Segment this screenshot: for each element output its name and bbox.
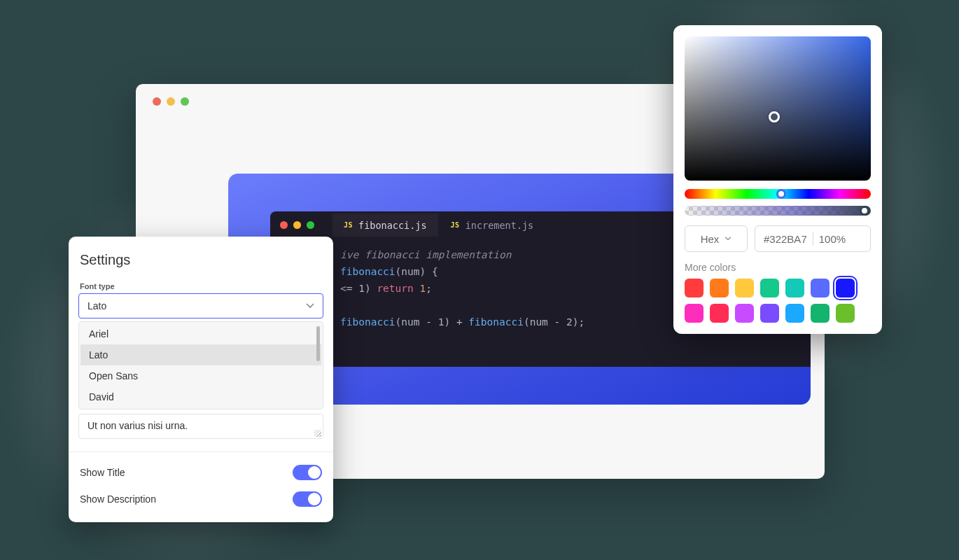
- color-swatch[interactable]: [710, 304, 729, 323]
- font-type-label: Font type: [80, 282, 323, 290]
- description-textarea[interactable]: Ut non varius nisi urna.: [78, 414, 323, 439]
- hex-text: #322BA7: [764, 233, 807, 245]
- zoom-icon[interactable]: [307, 221, 314, 229]
- more-colors-label: More colors: [685, 262, 871, 273]
- chevron-down-icon: [724, 237, 732, 241]
- divider: [813, 232, 813, 246]
- color-swatch[interactable]: [735, 304, 754, 323]
- color-swatch[interactable]: [811, 304, 830, 323]
- editor-tabs: JS fibonacci.js JS increment.js: [332, 214, 545, 237]
- tab-label: fibonacci.js: [358, 220, 427, 231]
- alpha-text: 100%: [819, 233, 846, 245]
- color-picker: Hex #322BA7 100% More colors: [673, 25, 882, 334]
- zoom-icon[interactable]: [181, 97, 189, 106]
- hue-slider[interactable]: [685, 189, 871, 199]
- chevron-down-icon: [306, 303, 314, 309]
- toggle-show-description[interactable]: [293, 491, 322, 507]
- code-text: (num) {: [396, 266, 438, 277]
- toggle-show-title[interactable]: [293, 465, 322, 480]
- hex-input[interactable]: #322BA7 100%: [755, 225, 871, 252]
- resize-grip-icon[interactable]: [314, 430, 321, 437]
- code-text: (num - 1) +: [396, 316, 469, 328]
- close-icon[interactable]: [153, 97, 161, 106]
- code-fn-name: fibonacci: [340, 266, 396, 277]
- color-swatch[interactable]: [785, 304, 804, 323]
- tab-fibonacci[interactable]: JS fibonacci.js: [332, 214, 438, 237]
- font-option-david[interactable]: David: [80, 386, 321, 407]
- code-comment: ive fibonacci implementation: [340, 249, 511, 260]
- code-text: <= 1): [340, 283, 377, 294]
- color-swatch[interactable]: [710, 279, 729, 298]
- settings-panel: Settings Font type Lato Ariel Lato Open …: [69, 237, 333, 522]
- swatch-row-1: [685, 279, 871, 298]
- code-text: (num - 2);: [524, 316, 584, 328]
- js-badge-icon: JS: [344, 221, 353, 229]
- toggle-label: Show Title: [80, 467, 125, 478]
- code-fn-call: fibonacci: [468, 316, 524, 328]
- color-swatch[interactable]: [785, 279, 804, 298]
- textarea-value: Ut non varius nisi urna.: [88, 420, 188, 431]
- color-swatch[interactable]: [685, 279, 704, 298]
- font-dropdown: Ariel Lato Open Sans David: [78, 321, 323, 410]
- color-swatch[interactable]: [836, 279, 855, 298]
- code-keyword: return: [377, 283, 413, 294]
- minimize-icon[interactable]: [167, 97, 175, 106]
- js-badge-icon: JS: [451, 221, 460, 229]
- toggle-show-description-row: Show Description: [78, 486, 323, 512]
- hex-row: Hex #322BA7 100%: [685, 225, 871, 252]
- color-swatch[interactable]: [811, 279, 830, 298]
- color-swatch[interactable]: [735, 279, 754, 298]
- code-number: 1: [414, 283, 426, 294]
- hue-handle[interactable]: [776, 189, 786, 199]
- toggle-show-title-row: Show Title: [78, 459, 323, 486]
- alpha-slider[interactable]: [685, 206, 871, 216]
- code-fn-call: fibonacci: [340, 316, 396, 328]
- toggle-label: Show Description: [80, 493, 156, 505]
- settings-title: Settings: [78, 252, 323, 268]
- alpha-handle[interactable]: [860, 206, 869, 216]
- color-handle[interactable]: [769, 111, 780, 122]
- font-type-value: Lato: [88, 300, 106, 312]
- format-label: Hex: [701, 233, 720, 245]
- swatch-row-2: [685, 304, 871, 323]
- tab-label: increment.js: [465, 220, 534, 231]
- saturation-value-field[interactable]: [685, 36, 871, 181]
- minimize-icon[interactable]: [293, 221, 301, 229]
- color-format-select[interactable]: Hex: [685, 225, 748, 252]
- color-swatch[interactable]: [685, 304, 704, 323]
- color-swatch[interactable]: [760, 279, 779, 298]
- color-swatch[interactable]: [836, 304, 855, 323]
- close-icon[interactable]: [280, 221, 288, 229]
- dropdown-scrollbar[interactable]: [316, 326, 320, 361]
- font-option-ariel[interactable]: Ariel: [80, 323, 321, 344]
- code-text: ;: [426, 283, 432, 294]
- tab-increment[interactable]: JS increment.js: [440, 214, 545, 237]
- color-swatch[interactable]: [760, 304, 779, 323]
- divider: [69, 451, 333, 452]
- font-option-opensans[interactable]: Open Sans: [80, 365, 321, 386]
- font-option-lato[interactable]: Lato: [80, 344, 321, 365]
- font-type-select[interactable]: Lato: [78, 293, 323, 318]
